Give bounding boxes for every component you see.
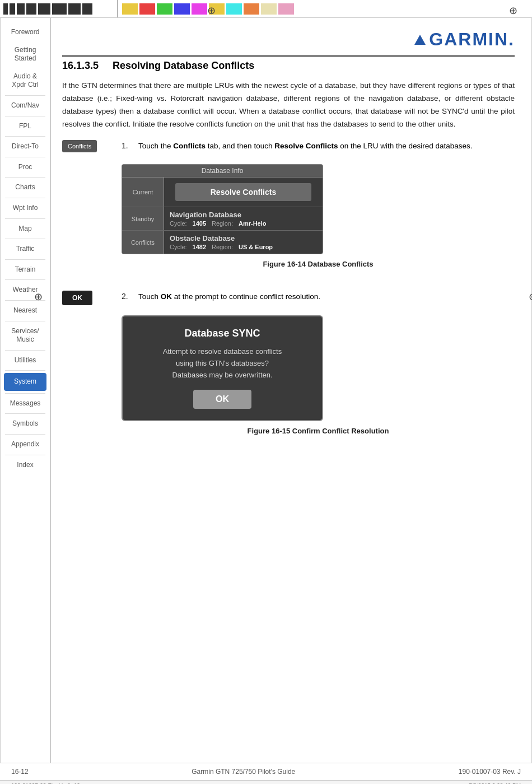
black-block [17,3,25,15]
region-value-standby: Amr-Helo [239,220,267,227]
sidebar-item-services-music[interactable]: Services/ Music [1,323,50,349]
sidebar-item-index[interactable]: Index [1,456,50,474]
db-info-label-current: Current [122,178,164,207]
sidebar-item-fpl[interactable]: FPL [1,118,50,136]
step-1-badge-col: Conflicts [62,140,113,157]
top-bar: ⊕ ⊕ [0,0,532,18]
page-footer: 16-12 Garmin GTN 725/750 Pilot's Guide 1… [0,763,532,780]
db-sync-text: Attempt to resolve database conflicts us… [134,346,311,381]
sidebar-divider [5,321,45,321]
color-swatch [278,3,294,15]
color-swatch [261,3,277,15]
sidebar-divider [5,136,45,137]
sidebar-item-terrain[interactable]: Terrain [1,261,50,279]
compass-crosshair-top: ⊕ [207,4,216,17]
db-info-content-current[interactable]: Resolve Conflicts [164,178,323,207]
black-block [68,3,81,15]
black-blocks [0,0,96,17]
color-swatch [174,3,190,15]
black-block [3,3,8,15]
db-info-row-conflicts: Conflicts Obstacle Database Cycle: 1482 … [122,231,323,254]
main-content: GARMIN. 16.1.3.5 Resolving Database Conf… [51,18,531,763]
sidebar-divider [5,455,45,455]
sidebar-item-symbols[interactable]: Symbols [1,415,50,433]
sidebar-divider [5,177,45,178]
garmin-logo-area: GARMIN. [62,29,515,50]
conflicts-badge[interactable]: Conflicts [62,140,97,152]
step-2-badge-col: OK [62,291,113,310]
step-2-content: 2. Touch OK at the prompt to continue co… [122,291,515,446]
sidebar-item-messages[interactable]: Messages [1,395,50,413]
sidebar-item-map[interactable]: Map [1,220,50,238]
sidebar-divider [5,413,45,414]
db-nav-title-conflicts: Obstacle Database [170,234,317,242]
sidebar-item-direct-to[interactable]: Direct-To [1,138,50,156]
step-2-area: ⊕ ⊕ OK 2. Touch OK at the prompt to cont… [62,291,515,446]
region-label-standby: Region: [212,220,233,227]
footer-part-num: 190-01007-03 Rev. J [459,768,521,776]
page-container: Foreword Getting Started Audio & Xpdr Ct… [0,18,532,763]
garmin-triangle-icon [414,35,426,45]
color-swatch [226,3,242,15]
db-info-content-standby: Navigation Database Cycle: 1405 Region: … [164,207,323,230]
step-1-content: 1. Touch the Conflicts tab, and then tou… [122,140,515,280]
black-block [52,3,67,15]
sidebar-item-appendix[interactable]: Appendix [1,436,50,454]
print-line: 190-01007-03-Final.indb 12 7/9/2015 2:08… [0,780,532,784]
compass-mid-left-icon: ⊕ [34,291,43,303]
cycle-label-conflicts: Cycle: [170,244,187,250]
step-1-number: 1. [122,140,135,150]
db-info-title-bar: Database Info [122,165,323,178]
black-block [82,3,92,15]
color-swatch [192,3,207,15]
db-info-label-standby: Standby [122,207,164,230]
footer-page-num: 16-12 [11,768,29,776]
db-sync-title: Database SYNC [134,328,311,339]
sidebar-item-audio-xpdr[interactable]: Audio & Xpdr Ctrl [1,68,50,94]
sidebar-divider [5,434,45,435]
sidebar: Foreword Getting Started Audio & Xpdr Ct… [1,18,51,763]
sidebar-divider [5,350,45,351]
db-info-popup: Database Info Current Resolve Conflicts … [122,164,323,254]
db-detail-row-standby: Cycle: 1405 Region: Amr-Helo [170,220,317,227]
sidebar-item-getting-started[interactable]: Getting Started [1,41,50,68]
top-bar-left [0,0,118,17]
sidebar-divider [5,157,45,157]
color-swatch [139,3,155,15]
sidebar-item-utilities[interactable]: Utilities [1,352,50,370]
sidebar-divider [5,95,45,96]
color-swatch [157,3,172,15]
ok-badge[interactable]: OK [62,291,92,305]
sidebar-item-comnav[interactable]: Com/Nav [1,97,50,115]
ok-bold: OK [161,292,172,301]
resolve-conflicts-button[interactable]: Resolve Conflicts [175,183,311,201]
compass-mid-right-icon: ⊕ [529,291,532,303]
sidebar-divider [5,116,45,116]
section-heading: 16.1.3.5 Resolving Database Conflicts [62,55,515,72]
db-info-row-current: Current Resolve Conflicts [122,178,323,207]
db-sync-ok-button[interactable]: OK [193,390,251,409]
black-block [38,3,50,15]
sidebar-item-traffic[interactable]: Traffic [1,240,50,258]
db-info-label-conflicts: Conflicts [122,231,164,254]
sidebar-item-wpt-info[interactable]: Wpt Info [1,199,50,217]
sidebar-item-nearest[interactable]: Nearest [1,302,50,320]
db-nav-title-standby: Navigation Database [170,211,317,219]
step-1-area: Conflicts 1. Touch the Conflicts tab, an… [62,140,515,280]
compass-crosshair-top-right: ⊕ [509,4,517,17]
black-block [26,3,36,15]
top-bar-right [118,0,532,17]
sidebar-item-foreword[interactable]: Foreword [1,24,50,41]
db-info-content-conflicts: Obstacle Database Cycle: 1482 Region: US… [164,231,323,254]
footer-title: Garmin GTN 725/750 Pilot's Guide [192,768,295,776]
sidebar-divider [5,198,45,198]
sidebar-item-proc[interactable]: Proc [1,158,50,176]
region-label-conflicts: Region: [212,244,233,250]
cycle-label-standby: Cycle: [170,220,187,227]
sidebar-divider [5,239,45,239]
sidebar-divider [5,279,45,280]
sidebar-item-charts[interactable]: Charts [1,179,50,197]
color-swatch [244,3,259,15]
garmin-logo-text: GARMIN. [429,29,515,50]
sidebar-item-system[interactable]: System [4,373,46,391]
